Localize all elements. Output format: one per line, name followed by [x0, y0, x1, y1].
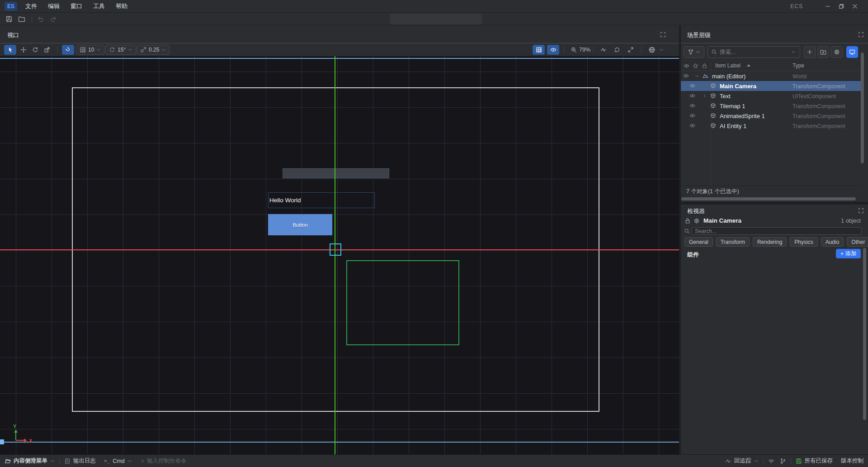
- lock-icon[interactable]: [684, 218, 691, 224]
- hierarchy-row[interactable]: AnimatedSprite 1TransformComponent: [681, 111, 861, 121]
- network-icon[interactable]: [768, 458, 774, 464]
- add-folder-button[interactable]: [817, 46, 829, 58]
- version-control-button[interactable]: 版本控制: [841, 457, 863, 465]
- hierarchy-row[interactable]: AI Entity 1TransformComponent: [681, 121, 861, 131]
- stats-icon[interactable]: [600, 47, 607, 53]
- grid-snap-dropdown[interactable]: 10: [76, 45, 104, 55]
- filter-button[interactable]: [684, 46, 704, 58]
- favorite-column-icon[interactable]: [693, 63, 698, 69]
- scene-canvas[interactable]: Hello World Button Y X: [0, 56, 679, 454]
- open-project-icon[interactable]: [18, 15, 25, 23]
- screen-view-button[interactable]: [846, 46, 858, 58]
- expander-icon[interactable]: [695, 74, 699, 78]
- viewport-toolbar: 10 15° 0.25 79%: [0, 43, 679, 56]
- hierarchy-expand-icon[interactable]: [858, 32, 864, 38]
- viewport-expand-icon[interactable]: [660, 32, 666, 38]
- text-object[interactable]: Hello World: [268, 192, 375, 208]
- undo-icon[interactable]: [37, 15, 44, 23]
- inspector-expand-icon[interactable]: [858, 208, 864, 214]
- console-command-input[interactable]: > 输入控制台命令: [141, 457, 187, 465]
- hierarchy-row[interactable]: Tilemap 1TransformComponent: [681, 101, 861, 111]
- menu-item-工具[interactable]: 工具: [88, 0, 110, 13]
- reset-view-icon[interactable]: [614, 47, 620, 53]
- hierarchy-row[interactable]: Main CameraTransformComponent: [681, 81, 861, 91]
- content-drawer-button[interactable]: 内容侧滑菜单: [5, 457, 55, 465]
- app-logo[interactable]: ES: [5, 2, 17, 11]
- entity-icon: [710, 103, 716, 109]
- gizmo-visibility-button[interactable]: [547, 45, 559, 55]
- rotate-tool-button[interactable]: [29, 45, 41, 55]
- inspected-object-name: Main Camera: [703, 217, 741, 224]
- visibility-eye-icon[interactable]: [683, 73, 689, 79]
- item-label-column[interactable]: Item Label: [715, 62, 741, 69]
- hierarchy-horizontal-scrollbar[interactable]: [681, 197, 856, 200]
- selection-guide-bottom: [0, 442, 679, 443]
- menu-item-文件[interactable]: 文件: [20, 0, 42, 13]
- save-icon[interactable]: [5, 15, 13, 23]
- hierarchy-search-input[interactable]: [708, 46, 800, 58]
- origin-gizmo[interactable]: [330, 243, 341, 256]
- add-entity-button[interactable]: [804, 46, 816, 58]
- button-object[interactable]: Button: [268, 214, 332, 235]
- inspector-vertical-scrollbar[interactable]: [863, 248, 866, 420]
- gear-icon[interactable]: [693, 218, 700, 224]
- redo-icon[interactable]: [50, 15, 57, 23]
- add-component-button[interactable]: + 添加: [836, 249, 861, 258]
- tab-audio[interactable]: Audio: [821, 237, 844, 247]
- grid-visibility-button[interactable]: [533, 45, 545, 55]
- eye-icon: [550, 47, 557, 53]
- visibility-eye-icon[interactable]: [689, 123, 695, 129]
- move-tool-button[interactable]: [17, 45, 29, 55]
- tab-transform[interactable]: Transform: [716, 237, 750, 247]
- visibility-eye-icon[interactable]: [689, 103, 695, 109]
- hierarchy-row[interactable]: main (Editor)World: [681, 71, 861, 81]
- visibility-eye-icon[interactable]: [689, 113, 695, 119]
- minimize-button[interactable]: [821, 1, 835, 12]
- chevron-up-icon: [50, 459, 55, 463]
- trace-dropdown[interactable]: 回追踪: [725, 457, 759, 465]
- tab-other[interactable]: Other: [847, 237, 868, 247]
- close-button[interactable]: [848, 1, 862, 12]
- fit-view-icon[interactable]: [627, 47, 634, 53]
- inspector-object-row: Main Camera 1 object: [681, 216, 868, 226]
- zoom-level[interactable]: 79%: [579, 47, 590, 53]
- zoom-icon[interactable]: [571, 47, 577, 53]
- selection-handle[interactable]: [0, 439, 4, 444]
- cmd-dropdown[interactable]: >_ Cmd: [104, 458, 132, 464]
- grid-icon: [80, 47, 86, 53]
- menu-item-帮助[interactable]: 帮助: [110, 0, 133, 13]
- panel-object[interactable]: [283, 168, 389, 178]
- git-branch-icon[interactable]: [780, 458, 786, 464]
- rect-tool-button[interactable]: [41, 45, 53, 55]
- hierarchy-row[interactable]: TextUITextComponent: [681, 91, 861, 101]
- move-icon: [20, 47, 27, 53]
- tab-rendering[interactable]: Rendering: [753, 237, 787, 247]
- hierarchy-vertical-scrollbar[interactable]: [861, 52, 864, 163]
- collider-rect-object[interactable]: [346, 260, 459, 345]
- visibility-column-icon[interactable]: [684, 63, 689, 69]
- tab-general[interactable]: General: [684, 237, 713, 247]
- scene-hierarchy-panel: 场景层级 Item Label Type main (Editor)WorldM…: [681, 25, 868, 202]
- angle-snap-dropdown[interactable]: 15°: [105, 45, 136, 55]
- snap-toggle-button[interactable]: [62, 45, 74, 55]
- expander-icon[interactable]: [703, 94, 707, 98]
- tab-physics[interactable]: Physics: [790, 237, 817, 247]
- inspector-search-input[interactable]: [692, 227, 862, 235]
- select-tool-button[interactable]: [4, 45, 16, 55]
- output-log-button[interactable]: 输出日志: [64, 457, 96, 465]
- hierarchy-settings-button[interactable]: [831, 46, 843, 58]
- viewport-mode-globe-icon[interactable]: [648, 46, 656, 53]
- visibility-eye-icon[interactable]: [689, 93, 695, 99]
- selection-guide-top: [0, 58, 679, 59]
- menu-item-编辑[interactable]: 编辑: [42, 0, 65, 13]
- folder-plus-icon: [820, 49, 826, 55]
- menu-item-窗口[interactable]: 窗口: [65, 0, 88, 13]
- search-icon: [711, 49, 717, 55]
- scale-snap-dropdown[interactable]: 0.25: [137, 45, 170, 55]
- chevron-down-icon[interactable]: [659, 48, 664, 52]
- restore-button[interactable]: [835, 1, 848, 12]
- type-column[interactable]: Type: [793, 62, 804, 69]
- lock-column-icon[interactable]: [702, 63, 708, 69]
- save-status[interactable]: 所有已保存: [796, 457, 833, 465]
- visibility-eye-icon[interactable]: [689, 83, 695, 89]
